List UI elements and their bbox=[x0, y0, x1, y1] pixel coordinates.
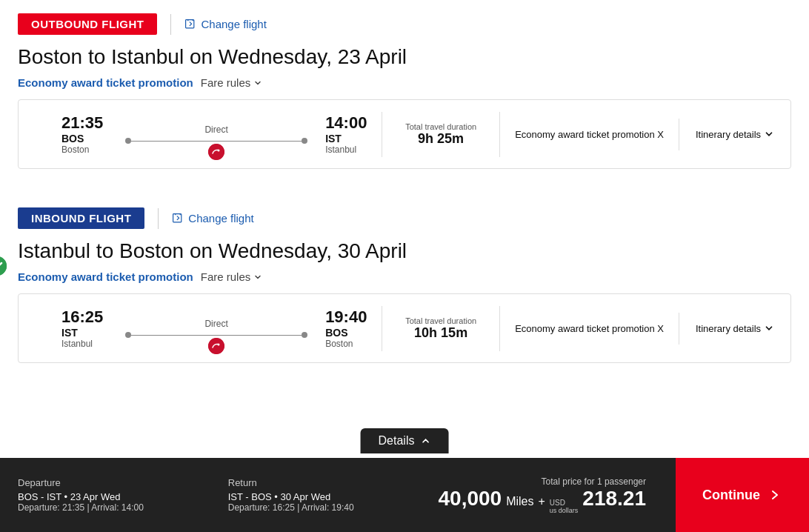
inbound-change-flight-icon bbox=[172, 213, 184, 225]
inbound-section-header: INBOUND FLIGHT Change flight bbox=[0, 194, 809, 236]
outbound-flight-line: Direct bbox=[118, 124, 315, 144]
svg-point-7 bbox=[218, 344, 220, 346]
bottom-return-route: IST - BOS • 30 Apr Wed bbox=[228, 491, 424, 502]
bottom-return-times: Departure: 16:25 | Arrival: 19:40 bbox=[228, 502, 424, 513]
inbound-airline-logo bbox=[208, 338, 224, 354]
bottom-departure-times: Departure: 21:35 | Arrival: 14:00 bbox=[18, 502, 213, 513]
inbound-arrival-info: 19:40 BOS Boston bbox=[315, 294, 382, 362]
inbound-departure-city: Istanbul bbox=[61, 339, 93, 349]
bottom-summary-bar: Details Departure BOS - IST • 23 Apr Wed… bbox=[0, 458, 809, 532]
outbound-departure-city: Boston bbox=[61, 144, 89, 155]
svg-point-5 bbox=[0, 256, 7, 276]
outbound-departure-code: BOS bbox=[61, 133, 84, 144]
inbound-badge: INBOUND FLIGHT bbox=[18, 207, 144, 229]
inbound-ticket-type-link[interactable]: Economy award ticket promotion bbox=[18, 270, 193, 283]
continue-button[interactable]: Continue bbox=[676, 458, 809, 532]
bottom-departure-route: BOS - IST • 23 Apr Wed bbox=[18, 491, 213, 502]
inbound-ticket-promo-section: Economy award ticket promotion X bbox=[500, 313, 679, 345]
outbound-section-header: OUTBOUND FLIGHT Change flight bbox=[0, 0, 809, 42]
outbound-ticket-promo-section: Economy award ticket promotion X bbox=[500, 119, 679, 150]
inbound-ticket-promo-text: Economy award ticket promotion X bbox=[515, 323, 664, 334]
header-divider bbox=[170, 14, 171, 35]
inbound-direct-label: Direct bbox=[204, 319, 227, 329]
inbound-departure-info: 16:25 IST Istanbul bbox=[51, 294, 118, 362]
outbound-duration-value: 9h 25m bbox=[418, 131, 464, 147]
outbound-route-title: Boston to Istanbul on Wednesday, 23 Apri… bbox=[0, 42, 809, 76]
svg-rect-0 bbox=[186, 19, 194, 27]
svg-rect-4 bbox=[173, 213, 182, 222]
outbound-line-bar bbox=[131, 141, 302, 142]
inbound-duration-value: 10h 15m bbox=[414, 325, 467, 341]
bottom-departure-label: Departure bbox=[18, 477, 213, 488]
inbound-itinerary-details-text: Itinerary details bbox=[696, 323, 774, 334]
bottom-return-section: Return IST - BOS • 30 Apr Wed Departure:… bbox=[228, 477, 439, 513]
outbound-duration-section: Total travel duration 9h 25m bbox=[382, 112, 500, 157]
outbound-line-start-dot bbox=[125, 138, 131, 144]
outbound-duration-label: Total travel duration bbox=[405, 122, 476, 131]
inbound-itinerary-details-button[interactable]: Itinerary details bbox=[679, 313, 790, 345]
bottom-return-label: Return bbox=[228, 477, 424, 488]
outbound-change-flight-link[interactable]: Change flight bbox=[184, 18, 266, 30]
inbound-change-flight-link[interactable]: Change flight bbox=[172, 212, 253, 225]
bottom-content-area: Departure BOS - IST • 23 Apr Wed Departu… bbox=[0, 458, 676, 532]
details-tab-chevron-icon bbox=[420, 436, 430, 446]
svg-point-3 bbox=[218, 150, 220, 152]
inbound-header-divider bbox=[158, 208, 159, 229]
inbound-fare-rules-chevron-icon bbox=[253, 273, 262, 282]
inbound-line-bar bbox=[131, 335, 302, 336]
svg-point-2 bbox=[208, 144, 224, 160]
outbound-arrival-code: IST bbox=[325, 133, 342, 144]
bottom-departure-section: Departure BOS - IST • 23 Apr Wed Departu… bbox=[18, 477, 228, 513]
inbound-check-icon bbox=[0, 256, 7, 276]
outbound-direct-label: Direct bbox=[204, 124, 227, 135]
svg-point-6 bbox=[208, 338, 224, 354]
outbound-flight-card: 21:35 BOS Boston Direct bbox=[18, 99, 791, 169]
inbound-arrival-time: 19:40 bbox=[325, 307, 367, 327]
usd-label: USDus dollars bbox=[550, 499, 579, 514]
price-main: 40,000 Miles + USDus dollars 218.21 bbox=[439, 487, 647, 514]
inbound-fare-rules-link[interactable]: Fare rules bbox=[201, 270, 263, 283]
continue-arrow-icon bbox=[768, 488, 782, 502]
bottom-price-section: Total price for 1 passenger 40,000 Miles… bbox=[439, 476, 647, 514]
cash-value: 218.21 bbox=[582, 487, 646, 511]
inbound-itinerary-chevron-icon bbox=[764, 323, 774, 333]
inbound-duration-section: Total travel duration 10h 15m bbox=[382, 306, 500, 351]
outbound-itinerary-details-button[interactable]: Itinerary details bbox=[679, 119, 790, 150]
outbound-airline-logo bbox=[208, 144, 224, 160]
outbound-itinerary-chevron-icon bbox=[764, 129, 774, 139]
inbound-arrival-city: Boston bbox=[325, 339, 353, 349]
outbound-ticket-promo-text: Economy award ticket promotion X bbox=[515, 129, 664, 140]
fare-rules-chevron-icon bbox=[253, 79, 262, 87]
inbound-route-title: Istanbul to Boston on Wednesday, 30 Apri… bbox=[0, 236, 809, 270]
outbound-ticket-type-link[interactable]: Economy award ticket promotion bbox=[18, 76, 193, 89]
inbound-departure-time: 16:25 bbox=[61, 307, 103, 327]
inbound-flight-card: 16:25 IST Istanbul Direct bbox=[18, 293, 791, 363]
outbound-departure-info: 21:35 BOS Boston bbox=[51, 100, 118, 168]
price-label: Total price for 1 passenger bbox=[542, 476, 646, 487]
inbound-ticket-links: Economy award ticket promotion Fare rule… bbox=[0, 270, 809, 293]
miles-value: 40,000 bbox=[439, 487, 502, 511]
outbound-badge: OUTBOUND FLIGHT bbox=[18, 13, 157, 35]
outbound-departure-time: 21:35 bbox=[61, 113, 103, 133]
details-tab-button[interactable]: Details bbox=[361, 428, 449, 453]
outbound-arrival-info: 14:00 IST Istanbul bbox=[315, 100, 382, 168]
inbound-duration-label: Total travel duration bbox=[405, 316, 476, 325]
plus-sign: + bbox=[538, 495, 545, 508]
miles-label: Miles bbox=[506, 495, 533, 508]
outbound-line-end-dot bbox=[302, 138, 307, 144]
details-tab-label: Details bbox=[379, 434, 415, 448]
outbound-fare-rules-link[interactable]: Fare rules bbox=[201, 76, 263, 89]
outbound-ticket-links: Economy award ticket promotion Fare rule… bbox=[0, 76, 809, 99]
outbound-arrival-time: 14:00 bbox=[325, 113, 367, 133]
inbound-flight-line: Direct bbox=[118, 319, 315, 338]
inbound-departure-code: IST bbox=[61, 327, 78, 339]
outbound-itinerary-details-text: Itinerary details bbox=[696, 129, 774, 140]
inbound-line-start-dot bbox=[125, 332, 131, 338]
inbound-arrival-code: BOS bbox=[325, 327, 347, 339]
change-flight-icon bbox=[184, 19, 196, 30]
outbound-arrival-city: Istanbul bbox=[325, 144, 356, 155]
inbound-line-end-dot bbox=[302, 332, 307, 338]
